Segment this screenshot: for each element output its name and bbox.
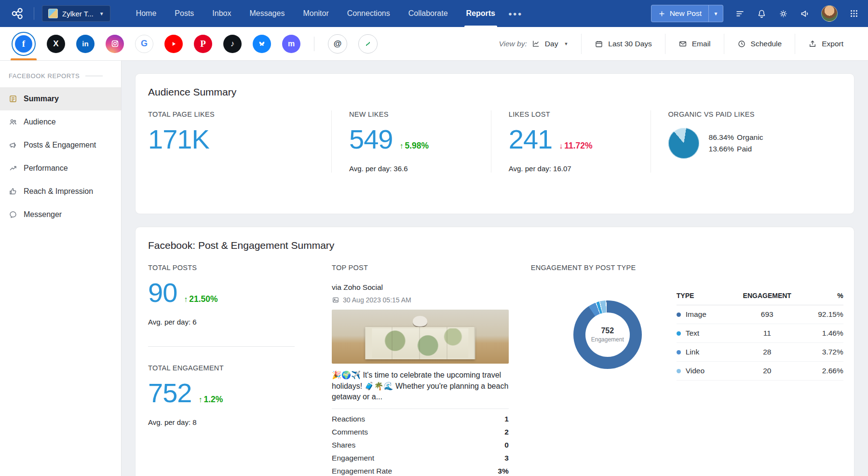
brand-selector[interactable]: Zylker T... ▼	[42, 5, 110, 22]
sidebar-item-label: Reach & Impression	[24, 187, 93, 196]
date-range-button[interactable]: Last 30 Days	[581, 34, 665, 54]
activity-list-icon[interactable]	[734, 8, 745, 19]
top-post-stats: Reactions 1 Comments 2 Shares 0 Engageme…	[332, 408, 509, 476]
sidebar-item-label: Messenger	[24, 210, 62, 219]
pie-legend: 86.34% Organic 13.66% Paid	[709, 130, 763, 156]
pinterest-icon[interactable]: P	[194, 27, 212, 60]
sidebar-item-label: Audience	[24, 118, 56, 126]
metric-value: 171K	[148, 126, 209, 153]
table-row-link: Link 28 3.72%	[677, 343, 843, 362]
youtube-icon[interactable]	[164, 27, 183, 60]
sidebar-item-label: Summary	[24, 95, 59, 103]
sidebar-item-summary[interactable]: Summary	[0, 87, 121, 110]
legend-paid: 13.66% Paid	[709, 145, 763, 153]
apps-grid-icon[interactable]	[849, 8, 859, 19]
metric-value: 752	[148, 380, 191, 407]
user-avatar[interactable]	[821, 5, 838, 22]
metric-label: TOTAL POSTS	[148, 264, 314, 272]
metric-change-value: 21.50%	[189, 294, 217, 304]
view-by-label: View by:	[499, 40, 527, 48]
sidebar-item-audience[interactable]: Audience	[0, 110, 121, 134]
top-post-timestamp: 30 Aug 2023 05:15 AM	[343, 296, 411, 304]
sidebar-header-line	[85, 76, 103, 76]
arrow-down-icon: ↓	[559, 142, 563, 150]
sidebar-item-performance[interactable]: Performance	[0, 157, 121, 180]
donut-center: 752 Engagement	[585, 313, 630, 357]
linkedin-icon[interactable]: in	[76, 27, 95, 60]
email-button[interactable]: Email	[665, 34, 724, 54]
new-post-dropdown-button[interactable]: ▼	[708, 5, 723, 22]
nav-home[interactable]: Home	[127, 0, 166, 27]
top-post-column: TOP POST via Zoho Social 30 Aug 2023 05:…	[332, 264, 509, 476]
mastodon-icon[interactable]: m	[282, 27, 300, 60]
sidebar-item-messenger[interactable]: Messenger	[0, 203, 121, 226]
top-post-image[interactable]	[332, 310, 509, 364]
text-series-dot	[677, 331, 681, 336]
photo-person	[413, 316, 427, 326]
metric-change-up: ↑ 1.2%	[198, 394, 223, 405]
new-post-label: New Post	[670, 9, 702, 18]
notifications-bell-icon[interactable]	[756, 8, 767, 19]
bluesky-icon[interactable]	[253, 27, 271, 60]
metric-average: Avg. per day: 8	[148, 418, 314, 426]
google-my-business-icon[interactable]: G	[135, 27, 153, 60]
nav-monitor[interactable]: Monitor	[294, 0, 338, 27]
export-button[interactable]: Export	[795, 34, 856, 54]
nav-connections[interactable]: Connections	[338, 0, 399, 27]
navbar-divider	[34, 7, 34, 20]
sidebar-item-posts-engagement[interactable]: Posts & Engagement	[0, 134, 121, 157]
nav-more-icon[interactable]: ●●●	[508, 10, 523, 17]
metric-new-likes: NEW LIKES 549 ↑ 5.98% Avg. per day: 36.6	[332, 110, 491, 173]
metric-organic-vs-paid: ORGANIC VS PAID LIKES 86.34% Organic 13.…	[651, 110, 841, 173]
metric-average: Avg. per day: 16.07	[509, 164, 633, 173]
metric-total-page-likes: TOTAL PAGE LIKES 171K	[148, 110, 332, 173]
posts-totals-column: TOTAL POSTS 90 ↑ 21.50% Avg. per day: 6 …	[148, 264, 332, 476]
plus-icon	[658, 10, 665, 17]
sidebar-item-label: Performance	[24, 164, 68, 173]
stat-row-shares: Shares 0	[332, 438, 509, 451]
engagement-donut-chart[interactable]: 752 Engagement	[573, 300, 642, 369]
facebook-icon[interactable]: f	[12, 27, 36, 60]
nav-inbox[interactable]: Inbox	[203, 0, 240, 27]
table-row-video: Video 20 2.66%	[677, 362, 843, 381]
metric-label: NEW LIKES	[349, 110, 474, 118]
tiktok-icon[interactable]: ♪	[223, 27, 242, 60]
metric-change-up: ↑ 5.98%	[400, 141, 429, 151]
brand-avatar	[48, 9, 58, 18]
x-twitter-icon[interactable]: X	[47, 27, 65, 60]
summary-report-icon	[9, 95, 17, 103]
metric-change-up: ↑ 21.50%	[184, 294, 217, 304]
metric-label: TOTAL ENGAGEMENT	[148, 364, 314, 372]
top-post-caption: 🎉🌍✈️ It's time to celebrate the upcoming…	[332, 370, 509, 403]
view-by-control[interactable]: View by: Day ▼	[486, 34, 582, 54]
navbar-actions: New Post ▼	[651, 5, 859, 22]
announcements-megaphone-icon[interactable]	[800, 8, 810, 19]
nav-messages[interactable]: Messages	[240, 0, 294, 27]
table-row-image: Image 693 92.15%	[677, 305, 843, 324]
engagement-by-type-column: ENGAGEMENT BY POST TYPE 752 Engagement T…	[509, 264, 843, 476]
engagement-by-type-label: ENGAGEMENT BY POST TYPE	[531, 264, 843, 272]
metric-change-down: ↓ 11.72%	[559, 141, 592, 151]
sidebar-item-reach-impression[interactable]: Reach & Impression	[0, 180, 121, 203]
new-post-button[interactable]: New Post ▼	[651, 5, 723, 22]
threads-icon[interactable]: @	[328, 27, 347, 60]
metric-change-value: 1.2%	[203, 394, 223, 405]
nav-collaborate[interactable]: Collaborate	[399, 0, 457, 27]
settings-gear-icon[interactable]	[778, 8, 788, 19]
reports-sidebar: FACEBOOK REPORTS Summary Audience Posts …	[0, 61, 122, 476]
nav-reports[interactable]: Reports	[457, 0, 504, 27]
nav-posts[interactable]: Posts	[165, 0, 203, 27]
instagram-icon[interactable]	[106, 27, 124, 60]
video-series-dot	[677, 369, 681, 373]
metric-value: 90	[148, 279, 177, 306]
metric-value: 241	[509, 126, 552, 153]
export-icon	[808, 40, 817, 48]
network-toolbar: f X in G P ♪ m @ View by:	[0, 27, 868, 61]
other-channel-icon[interactable]	[358, 27, 378, 60]
zoho-social-logo-icon[interactable]	[9, 5, 26, 22]
metric-label: TOTAL PAGE LIKES	[148, 110, 314, 118]
organic-paid-pie-chart[interactable]	[668, 128, 699, 159]
schedule-button[interactable]: Schedule	[724, 34, 795, 54]
table-row-text: Text 11 1.46%	[677, 324, 843, 343]
envelope-icon	[678, 40, 687, 48]
